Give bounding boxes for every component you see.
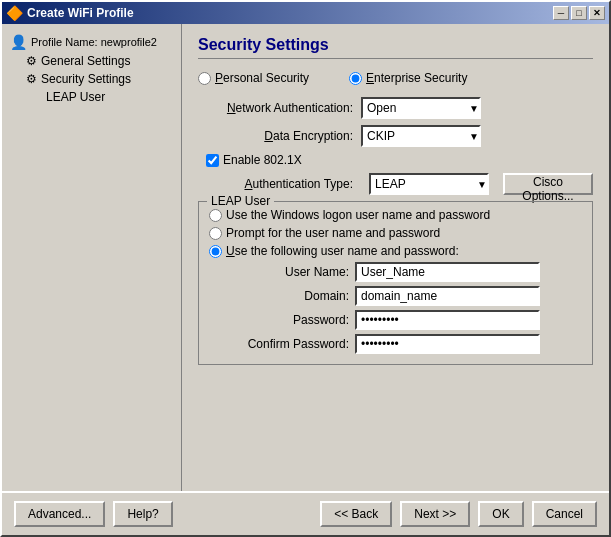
title-bar-controls: ─ □ ✕ — [553, 6, 605, 20]
ok-button[interactable]: OK — [478, 501, 523, 527]
next-button[interactable]: Next >> — [400, 501, 470, 527]
sidebar-item-security[interactable]: ⚙ Security Settings — [22, 70, 177, 88]
sidebar-item-profile[interactable]: 👤 Profile Name: newprofile2 — [6, 32, 177, 52]
domain-label: Domain: — [229, 289, 349, 303]
network-auth-select-wrapper: Open Shared WPA WPA-PSK WPA2 WPA2-PSK ▼ — [361, 97, 481, 119]
left-panel: 👤 Profile Name: newprofile2 ⚙ General Se… — [2, 24, 182, 491]
auth-type-select-wrapper: LEAP EAP-FAST PEAP EAP-TLS ▼ — [369, 173, 489, 195]
confirm-password-input[interactable] — [355, 334, 540, 354]
enable-8021x-checkbox[interactable] — [206, 154, 219, 167]
use-windows-logon-label: Use the Windows logon user name and pass… — [226, 208, 490, 222]
password-input[interactable] — [355, 310, 540, 330]
general-settings-icon: ⚙ — [26, 54, 37, 68]
confirm-password-row: Confirm Password: — [229, 334, 582, 354]
minimize-button[interactable]: ─ — [553, 6, 569, 20]
enable-8021x-label: Enable 802.1X — [223, 153, 302, 167]
data-encryption-select-wrapper: CKIP None WEP TKIP AES ▼ — [361, 125, 481, 147]
prompt-user-row: Prompt for the user name and password — [209, 226, 582, 240]
prompt-user-radio[interactable] — [209, 227, 222, 240]
auth-type-row: Authentication Type: LEAP EAP-FAST PEAP … — [198, 173, 593, 195]
cisco-options-button[interactable]: Cisco Options... — [503, 173, 593, 195]
prompt-user-label: Prompt for the user name and password — [226, 226, 440, 240]
use-following-radio[interactable] — [209, 245, 222, 258]
sidebar-item-general[interactable]: ⚙ General Settings — [22, 52, 177, 70]
user-name-input[interactable] — [355, 262, 540, 282]
use-windows-logon-row: Use the Windows logon user name and pass… — [209, 208, 582, 222]
data-encryption-label: Data Encryption: — [198, 129, 353, 143]
title-bar-text: 🔶 Create WiFi Profile — [6, 5, 134, 21]
maximize-button[interactable]: □ — [571, 6, 587, 20]
sidebar-item-leap[interactable]: LEAP User — [38, 88, 177, 106]
use-windows-logon-radio[interactable] — [209, 209, 222, 222]
domain-input[interactable] — [355, 286, 540, 306]
back-button[interactable]: << Back — [320, 501, 392, 527]
data-encryption-row: Data Encryption: CKIP None WEP TKIP AES … — [198, 125, 593, 147]
password-label: Password: — [229, 313, 349, 327]
user-name-label: User Name: — [229, 265, 349, 279]
bottom-bar: Advanced... Help? << Back Next >> OK Can… — [2, 491, 609, 535]
enterprise-security-option[interactable]: Enterprise Security — [349, 71, 467, 85]
security-type-row: Personal Security Enterprise Security — [198, 71, 593, 85]
section-title: Security Settings — [198, 36, 593, 59]
profile-icon: 👤 — [10, 34, 27, 50]
window-icon: 🔶 — [6, 5, 23, 21]
right-panel: Security Settings Personal Security Ente… — [182, 24, 609, 491]
confirm-password-label: Confirm Password: — [229, 337, 349, 351]
use-following-label: Use the following user name and password… — [226, 244, 459, 258]
cancel-button[interactable]: Cancel — [532, 501, 597, 527]
data-encryption-select[interactable]: CKIP None WEP TKIP AES — [361, 125, 481, 147]
enterprise-security-radio[interactable] — [349, 72, 362, 85]
leap-group-label: LEAP User — [207, 194, 274, 208]
close-button[interactable]: ✕ — [589, 6, 605, 20]
password-row: Password: — [229, 310, 582, 330]
help-button[interactable]: Help? — [113, 501, 172, 527]
network-auth-row: Network Authentication: Open Shared WPA … — [198, 97, 593, 119]
use-following-row: Use the following user name and password… — [209, 244, 582, 258]
window-body: 👤 Profile Name: newprofile2 ⚙ General Se… — [2, 24, 609, 491]
user-name-row: User Name: — [229, 262, 582, 282]
main-window: 🔶 Create WiFi Profile ─ □ ✕ 👤 Profile Na… — [0, 0, 611, 537]
enable-8021x-row: Enable 802.1X — [206, 153, 593, 167]
title-bar: 🔶 Create WiFi Profile ─ □ ✕ — [2, 2, 609, 24]
network-auth-label: Network Authentication: — [198, 101, 353, 115]
user-fields: User Name: Domain: Password: Confirm Pas… — [229, 262, 582, 354]
leap-user-group: LEAP User Use the Windows logon user nam… — [198, 201, 593, 365]
personal-security-option[interactable]: Personal Security — [198, 71, 309, 85]
security-settings-icon: ⚙ — [26, 72, 37, 86]
personal-security-label: Personal Security — [215, 71, 309, 85]
auth-type-select[interactable]: LEAP EAP-FAST PEAP EAP-TLS — [369, 173, 489, 195]
advanced-button[interactable]: Advanced... — [14, 501, 105, 527]
domain-row: Domain: — [229, 286, 582, 306]
enterprise-security-label: Enterprise Security — [366, 71, 467, 85]
auth-type-label: Authentication Type: — [198, 177, 353, 191]
network-auth-select[interactable]: Open Shared WPA WPA-PSK WPA2 WPA2-PSK — [361, 97, 481, 119]
personal-security-radio[interactable] — [198, 72, 211, 85]
